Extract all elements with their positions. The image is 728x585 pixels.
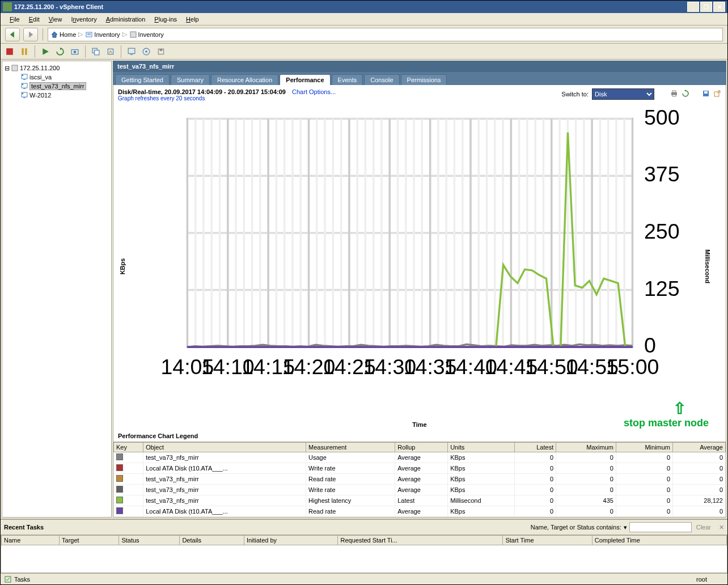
reset-icon [56, 48, 64, 56]
svg-point-21 [22, 75, 23, 76]
tab-events[interactable]: Events [332, 74, 363, 85]
color-swatch [116, 497, 123, 503]
svg-rect-13 [130, 54, 133, 54]
nav-back-button[interactable] [5, 28, 20, 41]
menu-file[interactable]: File [5, 15, 24, 24]
tree-item[interactable]: iscsi_va [5, 73, 109, 82]
minimize-button[interactable]: _ [687, 2, 699, 12]
legend-col-minimum[interactable]: Minimum [616, 443, 672, 452]
legend-row[interactable]: Local ATA Disk (t10.ATA___...Write rateA… [114, 463, 726, 474]
menubar: File Edit View Inventory Administration … [1, 13, 727, 26]
separator [43, 28, 43, 41]
breadcrumb-inventory[interactable]: Inventory [85, 31, 120, 39]
color-swatch [116, 464, 123, 471]
cd-button[interactable] [141, 46, 152, 57]
host-icon [129, 31, 137, 39]
legend-col-key[interactable]: Key [114, 443, 143, 452]
snapshot-icon [71, 48, 79, 56]
inventory-tree[interactable]: ⊟ 172.25.11.200 iscsi_vatest_va73_nfs_mi… [2, 61, 112, 518]
rt-col[interactable]: Status [119, 536, 180, 545]
popout-button[interactable] [713, 90, 721, 99]
svg-rect-18 [12, 65, 18, 71]
window-title: 172.25.11.200 - vSphere Client [14, 3, 687, 10]
rt-col[interactable]: Start Time [503, 536, 592, 545]
legend-row[interactable]: test_va73_nfs_mirrHighest latencyLatestM… [114, 495, 726, 506]
tab-bar: Getting StartedSummaryResource Allocatio… [113, 72, 726, 85]
legend-col-measurement[interactable]: Measurement [306, 443, 395, 452]
close-panel-button[interactable]: ✕ [719, 524, 724, 531]
menu-view[interactable]: View [44, 15, 67, 24]
tab-permissions[interactable]: Permissions [401, 74, 447, 85]
inventory-icon [85, 31, 93, 39]
svg-rect-20 [23, 79, 26, 80]
legend-row[interactable]: test_va73_nfs_mirrUsageAverageKBps0000 [114, 452, 726, 463]
legend-row[interactable]: test_va73_nfs_mirrRead rateAverageKBps00… [114, 474, 726, 485]
save-button[interactable] [702, 90, 710, 99]
nav-forward-button[interactable] [23, 28, 38, 41]
snapshot-manager-button[interactable] [90, 46, 101, 57]
filter-clear-button[interactable]: Clear [694, 524, 713, 531]
floppy-button[interactable] [155, 46, 167, 57]
filter-dropdown-icon[interactable]: ▾ [624, 524, 627, 531]
menu-inventory[interactable]: Inventory [66, 15, 101, 24]
legend-col-latest[interactable]: Latest [515, 443, 556, 452]
titlebar: 172.25.11.200 - vSphere Client _ ❐ ✕ [1, 1, 727, 13]
legend-col-maximum[interactable]: Maximum [556, 443, 616, 452]
svg-text:500: 500 [644, 107, 680, 129]
host-icon [11, 64, 19, 72]
stop-button[interactable] [4, 46, 15, 57]
separator [121, 45, 121, 58]
recent-tasks-table[interactable]: NameTargetStatusDetailsInitiated byReque… [1, 535, 727, 573]
rt-col[interactable]: Target [60, 536, 119, 545]
breadcrumb: Home ▷ Inventory ▷ Inventory [48, 28, 723, 41]
menu-edit[interactable]: Edit [24, 15, 44, 24]
menu-administration[interactable]: Administration [101, 15, 150, 24]
filter-input[interactable] [629, 522, 692, 532]
tab-console[interactable]: Console [364, 74, 399, 85]
switch-to-select[interactable]: Disk [592, 88, 654, 100]
menu-plugins[interactable]: Plug-ins [150, 15, 181, 24]
annotation-arrow-icon: ⇧ [673, 399, 686, 418]
tree-item[interactable]: test_va73_nfs_mirr [5, 82, 109, 91]
tab-getting-started[interactable]: Getting Started [115, 74, 170, 85]
filter-label: Name, Target or Status contains: [531, 524, 621, 531]
collapse-icon[interactable]: ⊟ [5, 65, 10, 72]
tab-performance[interactable]: Performance [280, 74, 330, 85]
refresh-button[interactable] [682, 90, 689, 99]
rt-col[interactable]: Details [180, 536, 244, 545]
breadcrumb-inventory-leaf[interactable]: Inventory [129, 31, 164, 39]
chart-options-link[interactable]: Chart Options... [292, 88, 336, 95]
revert-snapshot-button[interactable] [105, 46, 116, 57]
rt-col[interactable]: Completed Time [592, 536, 726, 545]
chevron-right-icon: ▷ [122, 31, 127, 38]
restore-button[interactable]: ❐ [700, 2, 712, 12]
print-button[interactable] [670, 90, 678, 99]
menu-help[interactable]: Help [181, 15, 204, 24]
separator [35, 45, 35, 58]
console-button[interactable] [126, 46, 137, 57]
main-panel: test_va73_nfs_mirr Getting StartedSummar… [113, 61, 726, 518]
legend-col-object[interactable]: Object [143, 443, 306, 452]
legend-col-average[interactable]: Average [673, 443, 726, 452]
tab-resource-allocation[interactable]: Resource Allocation [211, 74, 278, 85]
tasks-link[interactable]: Tasks [14, 576, 30, 583]
rt-col[interactable]: Requested Start Ti... [338, 536, 503, 545]
arrow-right-icon [27, 31, 35, 39]
vm-icon [20, 73, 28, 81]
close-button[interactable]: ✕ [713, 2, 725, 12]
legend-col-rollup[interactable]: Rollup [395, 443, 448, 452]
rt-col[interactable]: Initiated by [244, 536, 338, 545]
rt-col[interactable]: Name [2, 536, 60, 545]
legend-col-units[interactable]: Units [448, 443, 515, 452]
tab-summary[interactable]: Summary [171, 74, 210, 85]
pause-button[interactable] [19, 46, 30, 57]
snapshot-button[interactable] [69, 46, 81, 57]
tree-item[interactable]: W-2012 [5, 91, 109, 100]
legend-row[interactable]: Local ATA Disk (t10.ATA___...Read rateAv… [114, 506, 726, 517]
tree-root[interactable]: ⊟ 172.25.11.200 [5, 63, 109, 73]
play-button[interactable] [40, 46, 51, 57]
popout-icon [713, 90, 721, 98]
reset-button[interactable] [54, 46, 66, 57]
legend-row[interactable]: test_va73_nfs_mirrWrite rateAverageKBps0… [114, 485, 726, 495]
breadcrumb-home[interactable]: Home [50, 31, 76, 39]
